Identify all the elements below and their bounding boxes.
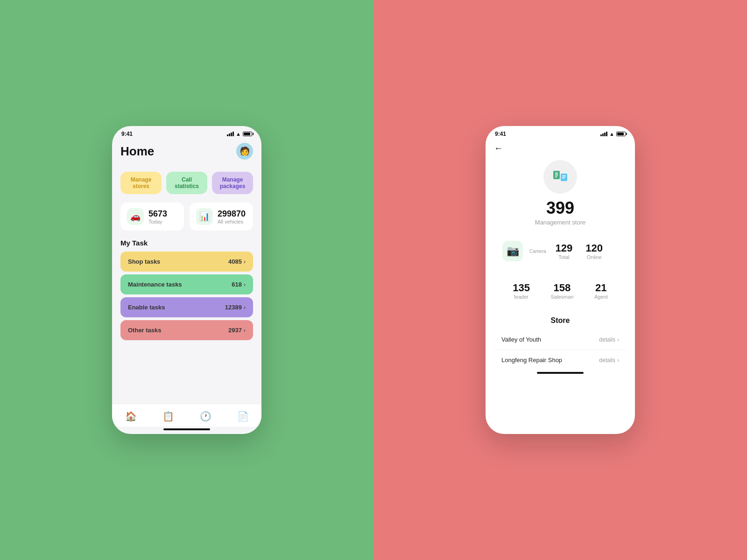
nav-home[interactable]: 🏠 — [120, 409, 141, 424]
other-tasks-item[interactable]: Other tasks 2937 › — [120, 320, 253, 340]
stat-vehicles: 📊 299870 All vehicles — [190, 203, 253, 231]
page-title: Home — [120, 144, 154, 159]
total-stat: 129 Total — [556, 242, 573, 260]
store-hero: 399 Management store — [486, 155, 635, 233]
wifi-icon-right: ▲ — [609, 131, 614, 137]
store-list: Valley of Youth details › Longfeng Repai… — [494, 329, 627, 370]
camera-icon: 📷 — [502, 241, 523, 261]
document-icon: 📄 — [237, 411, 249, 422]
store-icon — [543, 160, 577, 194]
quick-actions: Manage stores Call statistics Manage pac… — [120, 172, 253, 194]
svg-rect-5 — [562, 175, 566, 176]
online-stat: 120 Online — [585, 242, 603, 260]
tasks-icon: 📋 — [162, 411, 174, 422]
back-header: ← — [486, 139, 635, 155]
leader-stat: 135 leader — [513, 282, 530, 300]
manage-stores-button[interactable]: Manage stores — [120, 172, 162, 194]
status-bar-right: 9:41 ▲ — [486, 126, 635, 139]
agent-stat: 21 Agent — [594, 282, 608, 300]
chevron-right-icon: › — [244, 281, 246, 288]
camera-info-card: 📷 Camera 129 Total 120 Online — [494, 233, 627, 269]
my-task-title: My Task — [120, 239, 253, 247]
right-phone: 9:41 ▲ ← — [486, 126, 635, 434]
status-icons-right: ▲ — [600, 131, 626, 137]
task-list: Shop tasks 4085 › Maintenance tasks 618 … — [120, 252, 253, 340]
chart-icon: 📊 — [196, 208, 213, 225]
bottom-nav: 🏠 📋 🕐 📄 — [112, 404, 261, 427]
people-info-card: 135 leader 158 Salesman 21 Agent — [494, 274, 627, 307]
signal-icon — [227, 132, 234, 136]
today-value: 5673 — [148, 209, 167, 219]
wifi-icon: ▲ — [236, 131, 241, 137]
battery-icon-right — [616, 132, 626, 136]
vehicles-label: All vehicles — [218, 219, 246, 224]
svg-rect-2 — [555, 175, 558, 175]
salesman-stat: 158 Salesman — [551, 282, 574, 300]
stats-row: 🚗 5673 Today 📊 299870 All vehicles — [120, 203, 253, 231]
battery-icon — [243, 132, 252, 136]
nav-clock[interactable]: 🕐 — [195, 409, 216, 424]
right-background: 9:41 ▲ ← — [374, 0, 747, 560]
vehicles-value: 299870 — [218, 209, 246, 219]
home-screen-content: Manage stores Call statistics Manage pac… — [112, 168, 261, 404]
maintenance-tasks-item[interactable]: Maintenance tasks 618 › — [120, 274, 253, 294]
car-icon: 🚗 — [127, 208, 144, 225]
enable-tasks-item[interactable]: Enable tasks 12389 › — [120, 297, 253, 317]
chevron-right-icon: › — [617, 357, 619, 364]
store-label: Management store — [535, 219, 585, 226]
left-phone: 9:41 ▲ Home 🧑 — [112, 126, 261, 434]
home-indicator — [163, 428, 210, 430]
time-right: 9:41 — [495, 131, 506, 137]
chevron-right-icon: › — [617, 336, 619, 343]
status-bar-left: 9:41 ▲ — [112, 126, 261, 139]
status-icons-left: ▲ — [227, 131, 252, 137]
signal-icon-right — [600, 132, 607, 136]
chevron-right-icon: › — [244, 327, 246, 334]
camera-row: 📷 Camera 129 Total 120 Online — [502, 241, 618, 261]
time-left: 9:41 — [121, 131, 133, 137]
home-header: Home 🧑 — [112, 139, 261, 160]
nav-docs[interactable]: 📄 — [233, 409, 254, 424]
nav-tasks[interactable]: 📋 — [158, 409, 179, 424]
home-indicator-right — [537, 372, 584, 374]
today-label: Today — [148, 219, 167, 224]
home-icon: 🏠 — [125, 411, 137, 422]
back-button[interactable]: ← — [494, 143, 503, 154]
left-background: 9:41 ▲ Home 🧑 — [0, 0, 374, 560]
stat-today: 🚗 5673 Today — [120, 203, 184, 231]
svg-rect-3 — [555, 176, 557, 177]
people-stats: 135 leader 158 Salesman 21 Agent — [502, 282, 618, 300]
camera-label: Camera — [529, 249, 546, 254]
store-item-valley[interactable]: Valley of Youth details › — [494, 329, 627, 350]
store-section-title: Store — [494, 316, 627, 325]
clock-icon: 🕐 — [200, 411, 211, 422]
call-statistics-button[interactable]: Call statistics — [166, 172, 207, 194]
camera-stats: 129 Total 120 Online — [556, 242, 603, 260]
chevron-right-icon: › — [244, 259, 246, 265]
store-item-longfeng[interactable]: Longfeng Repair Shop details › — [494, 350, 627, 370]
svg-rect-1 — [555, 173, 558, 174]
manage-packages-button[interactable]: Manage packages — [212, 172, 253, 194]
avatar[interactable]: 🧑 — [236, 143, 253, 160]
svg-rect-6 — [562, 177, 565, 178]
chevron-right-icon: › — [244, 304, 246, 311]
shop-tasks-item[interactable]: Shop tasks 4085 › — [120, 252, 253, 272]
store-count: 399 — [546, 198, 574, 218]
